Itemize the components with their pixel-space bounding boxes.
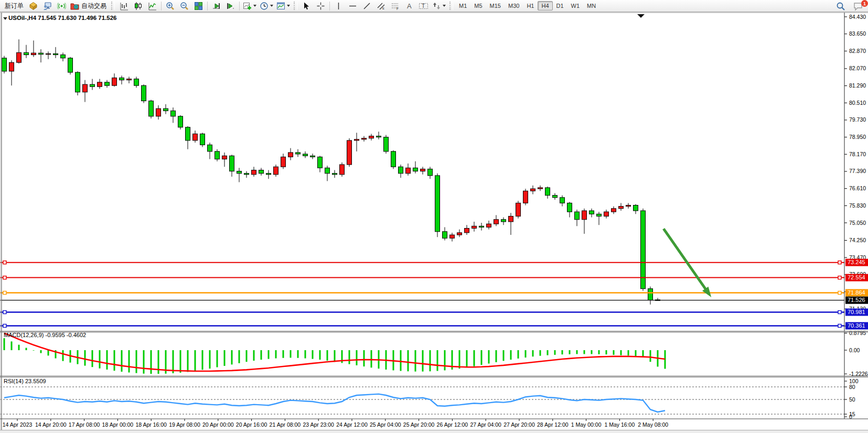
date-axis-label: 1 May 00:00 <box>571 421 602 428</box>
line-chart-button[interactable] <box>145 0 159 12</box>
chart-shift-marker-icon[interactable] <box>637 14 645 18</box>
candle-bull <box>509 216 513 221</box>
text-label-button[interactable]: T <box>416 0 431 12</box>
channel-button[interactable]: E <box>374 0 388 12</box>
line-handle[interactable] <box>838 291 841 295</box>
price-axis-tick-label: 74.250 <box>849 237 866 243</box>
chart-title: USOil-,H4 71.545 71.630 71.496 71.526 <box>8 15 117 21</box>
candle-bear <box>230 156 234 171</box>
candle-bear <box>443 232 447 239</box>
candle-bull <box>281 157 286 167</box>
line-handle[interactable] <box>3 276 6 279</box>
fibonacci-button[interactable]: F <box>388 0 402 12</box>
bar-chart-button[interactable] <box>117 0 131 12</box>
timeframe-m1-button[interactable]: M1 <box>455 1 470 10</box>
price-label-text: 71.864 <box>848 289 865 296</box>
zoom-in-button[interactable] <box>163 0 177 12</box>
candle-bear <box>76 72 80 92</box>
candle-bear <box>61 55 66 58</box>
timeframe-m5-button[interactable]: M5 <box>470 1 486 10</box>
search-button[interactable] <box>833 0 848 12</box>
candle-bull <box>369 136 374 138</box>
price-label-text: 72.554 <box>848 274 865 280</box>
toolbar-grip[interactable] <box>294 2 297 10</box>
auto-trading-button[interactable]: 自动交易 <box>69 0 109 12</box>
chart-canvas[interactable]: 84.43083.65082.87082.07081.29080.51079.7… <box>0 12 868 433</box>
price-axis-tick-label: 84.430 <box>849 14 866 20</box>
timeframe-m30-button[interactable]: M30 <box>505 1 523 10</box>
timeframe-h4-button[interactable]: H4 <box>538 1 552 10</box>
zoom-out-button[interactable] <box>177 0 191 12</box>
candle-bear <box>164 109 168 111</box>
timeframe-h1-button[interactable]: H1 <box>523 1 538 10</box>
candle-bear <box>120 78 124 80</box>
chart-shift-button[interactable] <box>223 0 238 12</box>
candle-bull <box>252 170 256 174</box>
candlestick-chart-button[interactable] <box>131 0 145 12</box>
line-handle[interactable] <box>3 324 6 327</box>
signals-button[interactable] <box>55 0 69 12</box>
svg-text:A: A <box>407 2 412 10</box>
line-handle[interactable] <box>838 311 841 314</box>
vertical-line-button[interactable] <box>331 0 346 12</box>
market-button[interactable] <box>26 0 40 12</box>
candle-bull <box>347 140 352 165</box>
candle-bear <box>266 174 271 175</box>
periods-button[interactable] <box>258 0 275 12</box>
candle-bull <box>487 224 491 227</box>
candle-bear <box>186 127 190 140</box>
crosshair-button[interactable] <box>314 0 328 12</box>
chat-button[interactable]: 1 <box>851 0 865 12</box>
hosting-button[interactable] <box>40 0 55 12</box>
main-toolbar: 新订单 自动交易 <box>0 0 868 12</box>
toolbar-grip[interactable] <box>449 2 453 10</box>
signal-broadcast-icon <box>57 2 66 10</box>
arrow-annotation-shaft[interactable] <box>663 229 706 290</box>
candle-bear <box>435 176 440 232</box>
computer-user-icon <box>43 2 52 10</box>
line-handle[interactable] <box>838 276 841 279</box>
toolbar-grip[interactable] <box>111 2 115 10</box>
trendline-button[interactable] <box>360 0 374 12</box>
date-axis-label: 24 Apr 12:00 <box>336 421 368 428</box>
templates-button[interactable] <box>275 0 292 12</box>
candle-bull <box>450 235 455 238</box>
svg-text:E: E <box>382 7 384 10</box>
candle-bear <box>641 211 646 289</box>
arrows-button[interactable] <box>431 0 447 12</box>
candle-bull <box>472 226 477 228</box>
line-handle[interactable] <box>838 261 841 264</box>
timeframe-mn-button[interactable]: MN <box>583 1 599 10</box>
price-label-text: 73.245 <box>848 259 865 265</box>
candle-bull <box>31 53 36 55</box>
candle-bear <box>634 205 638 211</box>
timeframe-m15-button[interactable]: M15 <box>486 1 505 10</box>
candle-bull <box>340 165 345 175</box>
candle-bull <box>538 188 543 189</box>
timeframe-w1-button[interactable]: W1 <box>567 1 584 10</box>
line-handle[interactable] <box>838 324 841 327</box>
date-axis-label: 19 Apr 08:00 <box>169 421 200 428</box>
date-axis-label: 2 May 08:00 <box>638 421 668 428</box>
line-handle[interactable] <box>3 311 6 314</box>
zoom-out-icon <box>180 2 189 10</box>
cursor-button[interactable] <box>299 0 314 12</box>
horizontal-line-button[interactable] <box>346 0 360 12</box>
candle-bear <box>53 53 58 55</box>
line-handle[interactable] <box>3 261 6 264</box>
rsi-axis-label: 80 <box>849 384 855 390</box>
indicators-button[interactable] <box>241 0 258 12</box>
candle-bull <box>83 84 88 92</box>
auto-scroll-button[interactable] <box>209 0 223 12</box>
symbol-dropdown-icon[interactable] <box>3 17 7 20</box>
line-handle[interactable] <box>3 291 6 295</box>
text-icon: A <box>405 2 413 10</box>
auto-scroll-icon <box>212 2 221 10</box>
new-order-button[interactable]: 新订单 <box>2 0 26 12</box>
timeframe-d1-button[interactable]: D1 <box>553 1 567 10</box>
dropdown-arrow-icon <box>287 5 290 7</box>
text-button[interactable]: A <box>402 0 416 12</box>
cursor-arrow-icon <box>302 2 311 10</box>
candle-bull <box>523 191 528 203</box>
tile-windows-button[interactable] <box>191 0 206 12</box>
